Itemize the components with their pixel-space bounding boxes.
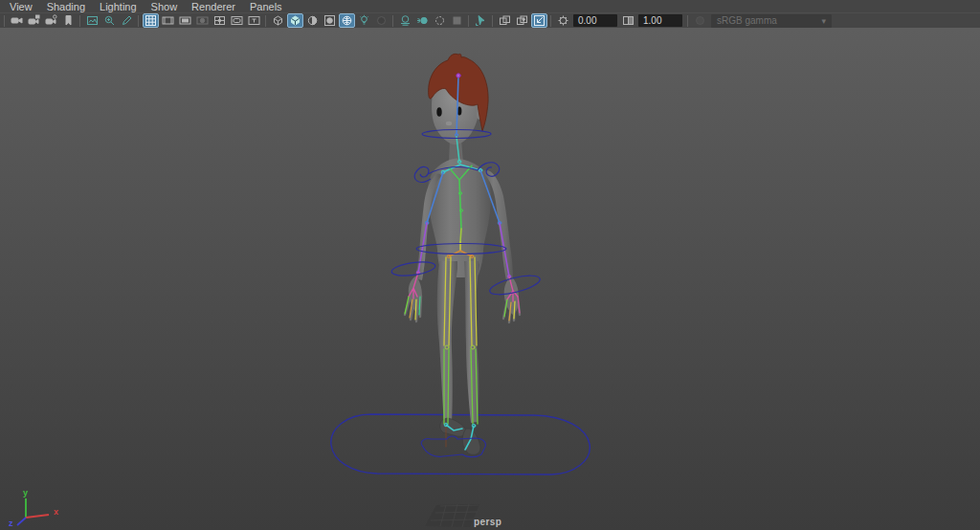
viewport-background — [0, 28, 980, 530]
toolbar-separator — [392, 15, 393, 27]
image-plane-icon[interactable] — [84, 13, 100, 28]
menu-item-lighting[interactable]: Lighting — [94, 1, 145, 12]
motion-blur-icon[interactable] — [414, 13, 431, 28]
smooth-shade-icon[interactable] — [287, 13, 303, 28]
panel-toolbar: 0.001.00sRGB gamma▾ — [0, 12, 980, 28]
lock-camera-icon[interactable] — [26, 13, 42, 28]
toolbar-separator — [687, 15, 688, 27]
nose — [446, 121, 452, 125]
toolbar-separator — [468, 15, 469, 27]
left-eye — [436, 107, 441, 117]
field-chart-icon[interactable] — [212, 13, 228, 28]
toolbar-separator — [138, 15, 139, 27]
toolbar-separator — [4, 15, 5, 27]
safe-action-icon[interactable] — [229, 13, 245, 28]
viewport: y x z persp — [0, 28, 980, 530]
pan-zoom-icon[interactable] — [101, 13, 118, 28]
axis-z-label: z — [9, 519, 13, 528]
color-management-icon[interactable] — [692, 13, 708, 28]
toolbar-separator — [265, 15, 266, 27]
lighting-icon[interactable] — [356, 13, 372, 28]
use-default-material-icon[interactable] — [322, 13, 338, 28]
grease-pencil-icon[interactable] — [119, 13, 135, 28]
axis-y-label: y — [23, 488, 28, 497]
resolution-gate-icon[interactable] — [177, 13, 193, 28]
menu-item-view[interactable]: View — [4, 1, 41, 12]
wireframe-on-shaded-icon[interactable] — [339, 13, 355, 28]
toolbar-separator — [79, 15, 80, 27]
gamma-field[interactable]: 1.00 — [638, 14, 682, 27]
grid-icon[interactable] — [143, 13, 159, 28]
xray-icon[interactable] — [497, 13, 513, 28]
xray-joints-icon[interactable] — [514, 13, 530, 28]
maya-viewport-panel: View Shading Lighting Show Renderer Pane… — [0, 0, 980, 530]
root-joint-dot — [457, 74, 460, 77]
menu-item-show[interactable]: Show — [145, 1, 187, 12]
camera-attributes-icon[interactable] — [43, 13, 59, 28]
toolbar-separator — [492, 15, 493, 27]
axis-x-label: x — [54, 507, 58, 517]
anti-aliasing-icon[interactable] — [432, 13, 448, 28]
camera-label: persp — [474, 517, 501, 527]
menu-item-renderer[interactable]: Renderer — [186, 1, 244, 12]
menu-item-shading[interactable]: Shading — [41, 1, 94, 12]
wireframe-icon[interactable] — [270, 13, 286, 28]
ambient-occlusion-icon[interactable] — [397, 13, 413, 28]
film-gate-icon[interactable] — [160, 13, 176, 28]
panel-menu-bar: View Shading Lighting Show Renderer Pane… — [0, 0, 980, 12]
shadows-icon[interactable] — [373, 13, 390, 28]
safe-title-icon[interactable] — [246, 13, 262, 28]
view-transform-select: sRGB gamma▾ — [711, 14, 832, 28]
bookmark-icon[interactable] — [60, 13, 77, 28]
xray-active-components-icon[interactable] — [531, 13, 547, 28]
menu-item-panels[interactable]: Panels — [244, 1, 291, 12]
gamma-icon[interactable] — [620, 13, 636, 28]
select-camera-icon[interactable] — [9, 13, 25, 28]
view-transform-label: sRGB gamma — [717, 15, 777, 26]
exposure-field[interactable]: 0.00 — [573, 14, 617, 27]
depth-of-field-icon[interactable] — [449, 13, 465, 28]
toolbar-separator — [550, 15, 551, 27]
chevron-down-icon: ▾ — [821, 16, 826, 26]
exposure-icon[interactable] — [555, 13, 571, 28]
isolate-select-icon[interactable] — [473, 13, 489, 28]
textured-icon[interactable] — [304, 13, 321, 28]
gate-mask-icon[interactable] — [194, 13, 211, 28]
viewport-canvas[interactable]: y x z persp — [0, 28, 980, 530]
